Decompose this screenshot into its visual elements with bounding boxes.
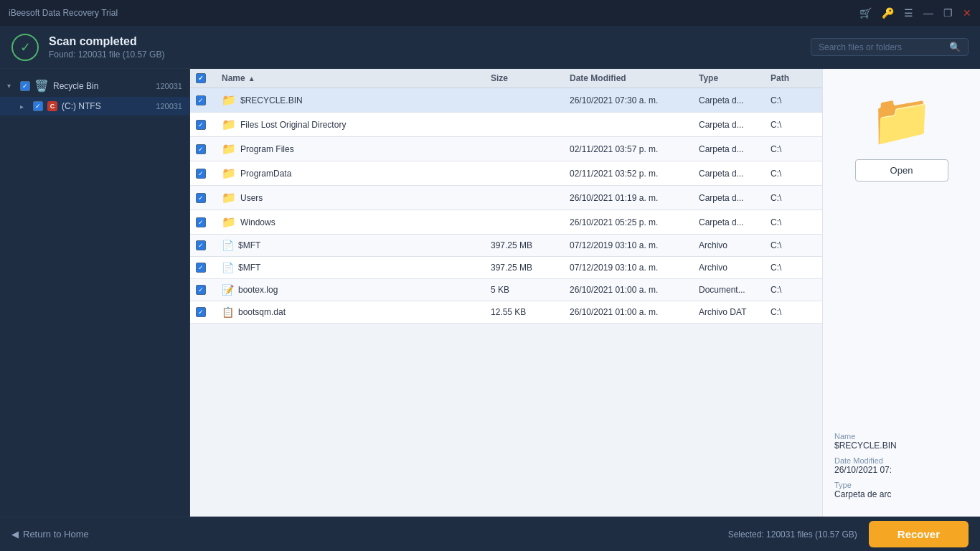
row-checkbox-cell[interactable]: ✓	[190, 90, 216, 110]
row-checkbox[interactable]: ✓	[196, 240, 206, 250]
minimize-icon[interactable]: —	[923, 7, 933, 19]
arrow-left-icon: ◀	[11, 529, 19, 540]
preview-date-label: Date Modified	[834, 456, 969, 465]
row-checkbox[interactable]: ✓	[196, 95, 206, 105]
row-name: 📁Users	[216, 186, 485, 209]
chevron-down-icon: ▾	[7, 82, 16, 90]
sidebar-item-recycle-bin[interactable]: ▾ ✓ 🗑️ Recycle Bin 120031	[0, 75, 189, 97]
row-checkbox-cell[interactable]: ✓	[190, 258, 216, 278]
key-icon[interactable]: 🔑	[882, 7, 894, 19]
row-size	[485, 95, 564, 105]
sidebar-checkbox-recycle-bin[interactable]: ✓	[20, 81, 30, 91]
file-list-body: ✓ 📁$RECYCLE.BIN 26/10/2021 07:30 a. m. C…	[190, 88, 822, 517]
row-type: Document...	[693, 280, 765, 300]
folder-icon: 📁	[222, 118, 236, 131]
chevron-right-icon: ▸	[20, 103, 29, 110]
folder-icon: 📁	[222, 166, 236, 180]
table-row[interactable]: ✓ 📄$MFT 397.25 MB 07/12/2019 03:10 a. m.…	[190, 257, 822, 279]
row-checkbox-cell[interactable]: ✓	[190, 212, 216, 232]
row-type: Archivo	[693, 235, 765, 255]
folder-icon: 📁	[222, 191, 236, 204]
restore-icon[interactable]: ❐	[943, 7, 953, 19]
return-to-home-button[interactable]: ◀ Return to Home	[11, 529, 89, 540]
header-checkbox-cell[interactable]: ✓	[190, 73, 216, 83]
row-size	[485, 120, 564, 130]
row-date: 07/12/2019 03:10 a. m.	[564, 235, 693, 255]
row-size	[485, 217, 564, 227]
sidebar-checkbox-c-ntfs[interactable]: ✓	[33, 101, 43, 111]
menu-icon[interactable]: ☰	[904, 7, 913, 19]
drive-badge-icon: C	[47, 101, 57, 111]
row-path: C:\	[765, 188, 822, 208]
row-type: Carpeta d...	[693, 115, 765, 135]
row-type: Archivo DAT	[693, 302, 765, 322]
row-checkbox-cell[interactable]: ✓	[190, 235, 216, 255]
table-row[interactable]: ✓ 📋bootsqm.dat 12.55 KB 26/10/2021 01:00…	[190, 301, 822, 324]
row-checkbox-cell[interactable]: ✓	[190, 164, 216, 184]
sort-arrow-icon: ▲	[248, 75, 255, 83]
table-row[interactable]: ✓ 📁$RECYCLE.BIN 26/10/2021 07:30 a. m. C…	[190, 88, 822, 113]
row-path: C:\	[765, 139, 822, 159]
title-bar: iBeesoft Data Recovery Trial 🛒 🔑 ☰ — ❐ ✕	[0, 0, 980, 26]
row-path: C:\	[765, 90, 822, 110]
open-button[interactable]: Open	[855, 159, 948, 182]
row-size	[485, 193, 564, 203]
row-checkbox[interactable]: ✓	[196, 307, 206, 317]
table-row[interactable]: ✓ 📁Users 26/10/2021 01:19 a. m. Carpeta …	[190, 186, 822, 210]
row-date: 26/10/2021 01:00 a. m.	[564, 280, 693, 300]
row-name: 📋bootsqm.dat	[216, 301, 485, 323]
row-path: C:\	[765, 280, 822, 300]
preview-type-value: Carpeta de arc	[834, 489, 969, 499]
row-name: 📁Program Files	[216, 137, 485, 161]
row-checkbox[interactable]: ✓	[196, 285, 206, 295]
row-type: Archivo	[693, 258, 765, 278]
row-checkbox[interactable]: ✓	[196, 193, 206, 203]
search-input[interactable]	[819, 42, 943, 52]
close-icon[interactable]: ✕	[963, 7, 971, 19]
row-type: Carpeta d...	[693, 139, 765, 159]
document-icon: 📝	[222, 284, 234, 296]
header-checkbox[interactable]: ✓	[196, 73, 206, 83]
row-size: 5 KB	[485, 280, 564, 300]
sidebar-item-c-ntfs[interactable]: ▸ ✓ C (C:) NTFS 120031	[0, 97, 189, 116]
return-home-label: Return to Home	[23, 529, 89, 540]
row-date: 26/10/2021 01:00 a. m.	[564, 302, 693, 322]
row-type: Carpeta d...	[693, 164, 765, 184]
folder-icon: 📁	[222, 142, 236, 156]
row-checkbox[interactable]: ✓	[196, 169, 206, 179]
table-row[interactable]: ✓ 📝bootex.log 5 KB 26/10/2021 01:00 a. m…	[190, 279, 822, 301]
row-checkbox-cell[interactable]: ✓	[190, 139, 216, 159]
row-path: C:\	[765, 258, 822, 278]
row-name: 📝bootex.log	[216, 279, 485, 301]
row-checkbox[interactable]: ✓	[196, 263, 206, 273]
recover-button[interactable]: Recover	[869, 521, 969, 547]
footer: ◀ Return to Home Selected: 120031 files …	[0, 517, 980, 551]
table-row[interactable]: ✓ 📄$MFT 397.25 MB 07/12/2019 03:10 a. m.…	[190, 235, 822, 257]
table-row[interactable]: ✓ 📁Program Files 02/11/2021 03:57 p. m. …	[190, 137, 822, 161]
row-date: 07/12/2019 03:10 a. m.	[564, 258, 693, 278]
preview-info: Name $RECYCLE.BIN Date Modified 26/10/20…	[834, 432, 969, 505]
row-name: 📄$MFT	[216, 235, 485, 256]
table-row[interactable]: ✓ 📁Windows 26/10/2021 05:25 p. m. Carpet…	[190, 210, 822, 235]
row-size: 12.55 KB	[485, 302, 564, 322]
row-checkbox[interactable]: ✓	[196, 217, 206, 227]
table-row[interactable]: ✓ 📁ProgramData 02/11/2021 03:52 p. m. Ca…	[190, 161, 822, 186]
row-checkbox-cell[interactable]: ✓	[190, 115, 216, 135]
row-checkbox[interactable]: ✓	[196, 120, 206, 130]
cart-icon[interactable]: 🛒	[859, 7, 872, 19]
table-row[interactable]: ✓ 📁Files Lost Original Directory Carpeta…	[190, 113, 822, 137]
file-list-header: ✓ Name ▲ Size Date Modified Type Path	[190, 69, 822, 88]
row-checkbox-cell[interactable]: ✓	[190, 302, 216, 322]
row-name: 📄$MFT	[216, 257, 485, 278]
search-icon[interactable]: 🔍	[949, 42, 961, 52]
scan-status-icon: ✓	[11, 34, 39, 61]
preview-type-label: Type	[834, 481, 969, 489]
row-checkbox-cell[interactable]: ✓	[190, 188, 216, 208]
selected-info-label: Selected: 120031 files (10.57 GB)	[728, 529, 857, 540]
row-checkbox[interactable]: ✓	[196, 144, 206, 154]
file-icon: 📄	[222, 240, 234, 251]
row-checkbox-cell[interactable]: ✓	[190, 280, 216, 300]
search-box[interactable]: 🔍	[811, 38, 969, 56]
row-size: 397.25 MB	[485, 235, 564, 255]
sidebar-item-label: Recycle Bin	[53, 81, 151, 91]
